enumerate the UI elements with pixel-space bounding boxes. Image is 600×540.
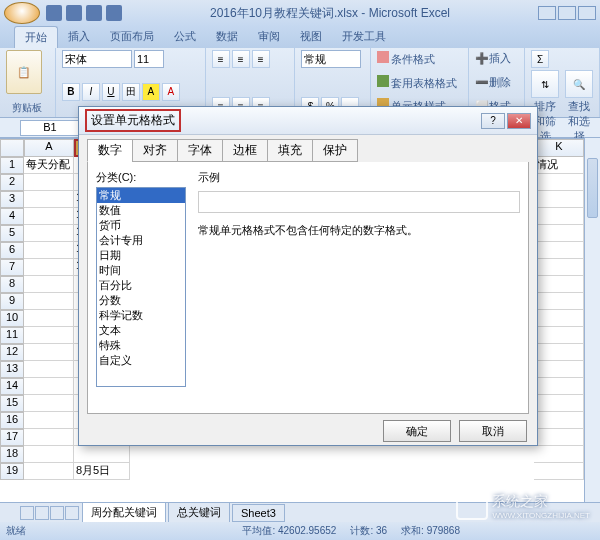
paste-button[interactable]: 📋 bbox=[6, 50, 42, 94]
tab-nav-first[interactable] bbox=[20, 506, 34, 520]
cancel-button[interactable]: 取消 bbox=[459, 420, 527, 442]
dialog-close-button[interactable]: ✕ bbox=[507, 113, 531, 129]
bold-button[interactable]: B bbox=[62, 83, 80, 101]
number-format-select[interactable] bbox=[301, 50, 361, 68]
ribbon-tab-review[interactable]: 审阅 bbox=[248, 26, 290, 48]
cell[interactable] bbox=[534, 310, 584, 327]
ok-button[interactable]: 确定 bbox=[383, 420, 451, 442]
ribbon-tab-home[interactable]: 开始 bbox=[14, 26, 58, 48]
cell[interactable]: 每天分配 bbox=[24, 157, 74, 174]
row-header[interactable]: 1 bbox=[0, 157, 24, 174]
row-header[interactable]: 14 bbox=[0, 378, 24, 395]
cell[interactable] bbox=[534, 344, 584, 361]
dialog-titlebar[interactable]: 设置单元格格式 ? ✕ bbox=[79, 107, 537, 135]
cell[interactable] bbox=[534, 446, 584, 463]
cell[interactable] bbox=[24, 191, 74, 208]
cell[interactable] bbox=[534, 259, 584, 276]
category-list[interactable]: 常规数值货币会计专用日期时间百分比分数科学记数文本特殊自定义 bbox=[96, 187, 186, 387]
category-item[interactable]: 文本 bbox=[97, 323, 185, 338]
cell[interactable] bbox=[24, 395, 74, 412]
cell[interactable] bbox=[24, 344, 74, 361]
cell[interactable] bbox=[24, 174, 74, 191]
select-all-corner[interactable] bbox=[0, 139, 24, 157]
cell[interactable]: 8月5日 bbox=[74, 463, 130, 480]
cell[interactable] bbox=[24, 327, 74, 344]
cell[interactable] bbox=[24, 242, 74, 259]
cells-delete-button[interactable]: ➖删除 bbox=[475, 74, 518, 91]
dialog-tab-protection[interactable]: 保护 bbox=[312, 139, 358, 162]
office-button[interactable] bbox=[4, 2, 40, 24]
font-name-select[interactable] bbox=[62, 50, 132, 68]
row-header[interactable]: 15 bbox=[0, 395, 24, 412]
row-header[interactable]: 10 bbox=[0, 310, 24, 327]
conditional-format-button[interactable]: 条件格式 bbox=[377, 50, 462, 68]
row-header[interactable]: 17 bbox=[0, 429, 24, 446]
cell[interactable] bbox=[534, 276, 584, 293]
row-header[interactable]: 2 bbox=[0, 174, 24, 191]
close-button[interactable] bbox=[578, 6, 596, 20]
cell[interactable] bbox=[24, 310, 74, 327]
row-header[interactable]: 5 bbox=[0, 225, 24, 242]
ribbon-tab-view[interactable]: 视图 bbox=[290, 26, 332, 48]
sheet-tab-1[interactable]: 周分配关键词 bbox=[82, 502, 166, 523]
row-header[interactable]: 3 bbox=[0, 191, 24, 208]
border-button[interactable]: 田 bbox=[122, 83, 140, 101]
minimize-button[interactable] bbox=[538, 6, 556, 20]
qat-save-icon[interactable] bbox=[46, 5, 62, 21]
dialog-tab-alignment[interactable]: 对齐 bbox=[132, 139, 178, 162]
cell[interactable] bbox=[24, 446, 74, 463]
align-bottom-button[interactable]: ≡ bbox=[252, 50, 270, 68]
cell[interactable] bbox=[534, 293, 584, 310]
find-select-button[interactable]: 🔍 bbox=[565, 70, 593, 98]
dialog-tab-number[interactable]: 数字 bbox=[87, 139, 133, 162]
cell[interactable] bbox=[24, 293, 74, 310]
ribbon-tab-layout[interactable]: 页面布局 bbox=[100, 26, 164, 48]
align-top-button[interactable]: ≡ bbox=[212, 50, 230, 68]
row-header[interactable]: 4 bbox=[0, 208, 24, 225]
cell[interactable] bbox=[534, 191, 584, 208]
cell[interactable] bbox=[24, 429, 74, 446]
qat-print-icon[interactable] bbox=[106, 5, 122, 21]
dialog-tab-font[interactable]: 字体 bbox=[177, 139, 223, 162]
ribbon-tab-developer[interactable]: 开发工具 bbox=[332, 26, 396, 48]
cell[interactable] bbox=[534, 225, 584, 242]
row-header[interactable]: 9 bbox=[0, 293, 24, 310]
category-item[interactable]: 自定义 bbox=[97, 353, 185, 368]
dialog-tab-fill[interactable]: 填充 bbox=[267, 139, 313, 162]
cell[interactable] bbox=[24, 225, 74, 242]
cell[interactable] bbox=[534, 361, 584, 378]
row-header[interactable]: 11 bbox=[0, 327, 24, 344]
row-header[interactable]: 7 bbox=[0, 259, 24, 276]
cell[interactable]: 情况 bbox=[534, 157, 584, 174]
dialog-tab-border[interactable]: 边框 bbox=[222, 139, 268, 162]
cell[interactable] bbox=[24, 208, 74, 225]
cell[interactable] bbox=[534, 395, 584, 412]
cell[interactable] bbox=[24, 276, 74, 293]
row-header[interactable]: 8 bbox=[0, 276, 24, 293]
cell[interactable] bbox=[534, 208, 584, 225]
vertical-scrollbar[interactable] bbox=[584, 138, 600, 502]
col-header-a[interactable]: A bbox=[24, 139, 74, 157]
category-item[interactable]: 会计专用 bbox=[97, 233, 185, 248]
cell[interactable] bbox=[534, 378, 584, 395]
cell[interactable] bbox=[534, 174, 584, 191]
row-header[interactable]: 18 bbox=[0, 446, 24, 463]
cell[interactable] bbox=[24, 259, 74, 276]
fill-color-button[interactable]: A bbox=[142, 83, 160, 101]
row-header[interactable]: 16 bbox=[0, 412, 24, 429]
ribbon-tab-insert[interactable]: 插入 bbox=[58, 26, 100, 48]
category-item[interactable]: 数值 bbox=[97, 203, 185, 218]
cell[interactable] bbox=[534, 412, 584, 429]
cell[interactable] bbox=[74, 446, 130, 463]
cell[interactable] bbox=[24, 378, 74, 395]
qat-undo-icon[interactable] bbox=[66, 5, 82, 21]
category-item[interactable]: 时间 bbox=[97, 263, 185, 278]
font-color-button[interactable]: A bbox=[162, 83, 180, 101]
align-middle-button[interactable]: ≡ bbox=[232, 50, 250, 68]
category-item[interactable]: 货币 bbox=[97, 218, 185, 233]
cell[interactable] bbox=[534, 463, 584, 480]
ribbon-tab-data[interactable]: 数据 bbox=[206, 26, 248, 48]
category-item[interactable]: 日期 bbox=[97, 248, 185, 263]
cell[interactable] bbox=[534, 429, 584, 446]
cell[interactable] bbox=[534, 327, 584, 344]
